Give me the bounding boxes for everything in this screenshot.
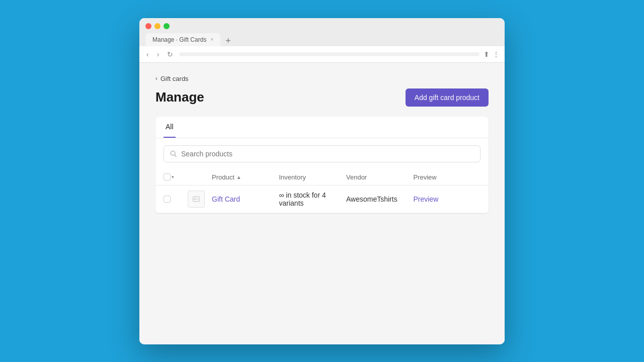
breadcrumb[interactable]: ‹ Gift cards	[155, 75, 489, 82]
products-card: All ▾	[155, 117, 489, 213]
vendor-text: AwesomeTshirts	[346, 195, 414, 203]
browser-actions: ⬆ ⋮	[484, 50, 500, 58]
inventory-text: ∞ in stock for 4 variants	[279, 191, 347, 207]
tab-all-label: All	[166, 123, 174, 131]
sort-icon: ▲	[236, 174, 242, 180]
product-thumbnail	[188, 191, 205, 208]
new-tab-button[interactable]: +	[222, 36, 234, 45]
tab-close-icon[interactable]: ×	[210, 37, 213, 42]
checkbox-dropdown-icon[interactable]: ▾	[172, 174, 174, 179]
back-button[interactable]: ‹	[144, 49, 151, 59]
svg-line-1	[175, 155, 176, 156]
add-gift-card-button[interactable]: Add gift card product	[406, 88, 489, 107]
table-header: ▾ Product ▲ Inventory Vendor Preview	[155, 169, 489, 186]
browser-window: Manage · Gift Cards × + ‹ › ↻ ⬆ ⋮ ‹ Gift…	[139, 18, 505, 344]
select-all-checkbox[interactable]	[164, 173, 171, 180]
address-bar-row: ‹ › ↻ ⬆ ⋮	[139, 46, 505, 63]
refresh-button[interactable]: ↻	[165, 49, 175, 59]
product-name-link[interactable]: Gift Card	[212, 195, 279, 203]
tab-label: Manage · Gift Cards	[152, 36, 206, 43]
select-all-checkbox-wrapper[interactable]: ▾	[164, 173, 188, 180]
more-options-button[interactable]: ⋮	[493, 50, 500, 58]
forward-button[interactable]: ›	[155, 49, 162, 59]
close-traffic-light[interactable]	[145, 23, 151, 29]
th-product[interactable]: Product ▲	[212, 173, 279, 181]
traffic-lights	[145, 23, 499, 29]
row-checkbox-wrapper[interactable]	[164, 196, 188, 203]
svg-rect-2	[193, 197, 200, 202]
search-bar-wrapper	[155, 138, 489, 169]
search-input[interactable]	[181, 150, 474, 158]
tab-bar: Manage · Gift Cards × +	[145, 33, 499, 46]
th-preview: Preview	[414, 173, 481, 181]
tabs-row: All	[155, 117, 489, 138]
search-icon	[170, 150, 177, 157]
page-header: Manage Add gift card product	[155, 88, 489, 107]
breadcrumb-link[interactable]: Gift cards	[160, 75, 189, 82]
table-row: Gift Card ∞ in stock for 4 variants Awes…	[155, 186, 489, 213]
preview-link[interactable]: Preview	[414, 195, 481, 203]
breadcrumb-chevron-icon: ‹	[155, 75, 157, 82]
save-page-button[interactable]: ⬆	[484, 50, 490, 58]
page-title: Manage	[155, 89, 204, 105]
browser-tab[interactable]: Manage · Gift Cards ×	[145, 33, 220, 46]
tab-all[interactable]: All	[164, 117, 176, 138]
th-inventory: Inventory	[279, 173, 347, 181]
row-checkbox[interactable]	[164, 196, 171, 203]
minimize-traffic-light[interactable]	[154, 23, 160, 29]
th-product-label: Product	[212, 173, 234, 181]
search-bar	[164, 145, 480, 162]
image-placeholder-icon	[192, 195, 200, 203]
page-content: ‹ Gift cards Manage Add gift card produc…	[139, 63, 505, 344]
address-bar[interactable]	[179, 52, 479, 56]
th-vendor: Vendor	[346, 173, 414, 181]
browser-chrome: Manage · Gift Cards × +	[139, 18, 505, 46]
fullscreen-traffic-light[interactable]	[164, 23, 170, 29]
